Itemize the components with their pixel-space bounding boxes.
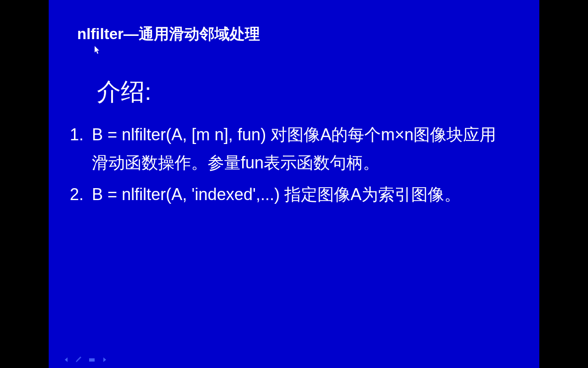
cursor-pointer-icon <box>95 46 100 56</box>
svg-rect-0 <box>89 358 95 362</box>
list-item-number: 2. <box>67 180 92 208</box>
list-item: 1. B = nlfilter(A, [m n], fun) 对图像A的每个m×… <box>67 121 508 177</box>
slide-title: nlfilter—通用滑动邻域处理 <box>77 24 260 45</box>
list-item-content: B = nlfilter(A, 'indexed',...) 指定图像A为索引图… <box>92 180 508 208</box>
list-item-number: 1. <box>67 121 92 177</box>
presentation-slide: nlfilter—通用滑动邻域处理 介绍: 1. B = nlfilter(A,… <box>49 0 539 368</box>
section-heading: 介绍: <box>97 76 151 108</box>
list-item: 2. B = nlfilter(A, 'indexed',...) 指定图像A为… <box>67 180 508 208</box>
list-item-content: B = nlfilter(A, [m n], fun) 对图像A的每个m×n图像… <box>92 121 508 177</box>
menu-icon[interactable] <box>88 356 96 363</box>
content-list: 1. B = nlfilter(A, [m n], fun) 对图像A的每个m×… <box>67 121 508 213</box>
next-slide-icon[interactable] <box>101 356 108 363</box>
slide-navigation <box>62 356 108 363</box>
previous-slide-icon[interactable] <box>62 356 70 363</box>
pen-icon[interactable] <box>75 356 83 363</box>
